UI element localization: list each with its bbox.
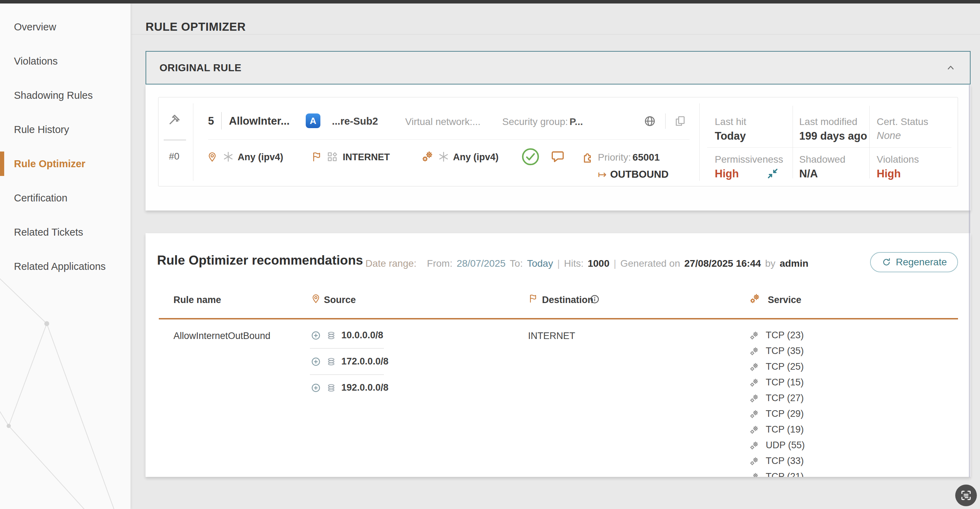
rule-card: #0 5 AllowInter... A ...re-Sub2 Virtual … xyxy=(158,97,958,186)
source-entry: 172.0.0.0/8 xyxy=(310,354,388,369)
source-ip: 192.0.0.0/8 xyxy=(341,382,388,393)
gavel-icon xyxy=(167,113,183,129)
generated-value: 27/08/2025 16:44 xyxy=(684,258,761,269)
service-item: TCP (29) xyxy=(749,406,889,422)
vertical-scrollbar[interactable] xyxy=(969,85,970,477)
refresh-icon xyxy=(881,257,892,267)
service-gears-icon xyxy=(749,293,761,304)
sidebar-item-shadowing-rules[interactable]: Shadowing Rules xyxy=(0,78,130,112)
sidebar-item-related-tickets[interactable]: Related Tickets xyxy=(0,215,130,249)
cert-status-label: Cert. Status xyxy=(877,116,928,127)
divider xyxy=(193,103,193,181)
security-group: Security group: P... xyxy=(502,116,583,127)
security-group-value: P... xyxy=(570,116,583,127)
azure-icon: A xyxy=(306,113,320,128)
col-header-source: Source xyxy=(324,295,356,305)
permissiveness-label: Permissiveness xyxy=(715,154,783,165)
virtual-network-label: Virtual network:... xyxy=(405,116,480,127)
priority-puzzle-icon xyxy=(581,151,594,164)
regenerate-label: Regenerate xyxy=(896,257,947,268)
sidebar-item-rule-optimizer[interactable]: Rule Optimizer xyxy=(0,146,130,181)
service-value: TCP (27) xyxy=(766,393,804,404)
summary-scan-button[interactable] xyxy=(955,485,977,506)
recommendations-meta: Date range: From: 28/07/2025 To: Today |… xyxy=(365,258,808,269)
divider xyxy=(869,106,870,178)
documentation-icon[interactable] xyxy=(674,115,686,127)
sidebar-item-rule-history[interactable]: Rule History xyxy=(0,112,130,146)
shrink-permissiveness-icon[interactable] xyxy=(767,167,779,180)
generated-label: Generated on xyxy=(620,258,680,269)
layers-icon xyxy=(326,383,336,393)
service-value: TCP (15) xyxy=(766,377,804,388)
last-hit-value: Today xyxy=(715,130,746,142)
rule-position: #0 xyxy=(169,151,180,162)
source-entry: 10.0.0.0/8 xyxy=(310,328,383,343)
chevron-up-icon[interactable] xyxy=(945,62,957,74)
cert-status-value: None xyxy=(877,130,901,142)
last-modified-value: 199 days ago xyxy=(799,130,867,142)
service-item: TCP (25) xyxy=(749,359,889,375)
globe-icon[interactable] xyxy=(644,115,656,127)
divider xyxy=(310,374,384,375)
source-pin-icon xyxy=(310,293,321,304)
sidebar-item-label: Rule History xyxy=(14,124,69,135)
divider xyxy=(221,112,222,129)
regenerate-button[interactable]: Regenerate xyxy=(870,252,958,272)
sidebar-item-label: Overview xyxy=(14,21,56,33)
service-gears-icon xyxy=(421,150,434,163)
divider xyxy=(164,140,186,140)
col-header-service: Service xyxy=(768,295,801,305)
sidebar-item-related-applications[interactable]: Related Applications xyxy=(0,249,130,283)
rule-number: 5 xyxy=(208,115,214,127)
rule-destination: INTERNET xyxy=(343,152,390,163)
add-object-icon[interactable] xyxy=(310,383,321,393)
date-range-label: Date range: xyxy=(365,258,416,269)
service-value: TCP (25) xyxy=(766,361,804,372)
separator: | xyxy=(557,258,560,269)
priority-value: 65001 xyxy=(632,152,660,163)
destination-flag-icon xyxy=(528,293,539,304)
page-divider xyxy=(131,34,980,35)
service-item: TCP (21) xyxy=(749,469,889,477)
from-label: From: xyxy=(427,258,452,269)
sidebar-item-violations[interactable]: Violations xyxy=(0,44,130,78)
sidebar-item-overview[interactable]: Overview xyxy=(0,10,130,44)
violations-value: High xyxy=(877,167,901,180)
direction: ↦ OUTBOUND xyxy=(598,168,669,180)
service-value: TCP (21) xyxy=(766,471,804,477)
sidebar-item-label: Related Tickets xyxy=(14,227,83,238)
service-item: UDP (55) xyxy=(749,437,889,453)
from-date-link[interactable]: 28/07/2025 xyxy=(457,258,505,269)
violations-label: Violations xyxy=(877,154,919,165)
direction-value: OUTBOUND xyxy=(610,169,669,180)
priority: Priority: 65001 xyxy=(598,152,660,163)
add-object-icon[interactable] xyxy=(310,356,321,367)
permissiveness-value: High xyxy=(715,167,739,180)
divider xyxy=(707,147,951,148)
service-item: TCP (19) xyxy=(749,422,889,437)
layers-icon xyxy=(326,331,336,340)
service-item: TCP (23) xyxy=(749,328,889,343)
sidebar: Overview Violations Shadowing Rules Rule… xyxy=(0,3,131,509)
sidebar-item-certification[interactable]: Certification xyxy=(0,181,130,215)
add-object-icon[interactable] xyxy=(310,330,321,341)
rule-device: ...re-Sub2 xyxy=(332,116,378,127)
divider xyxy=(208,139,690,140)
original-rule-panel: #0 5 AllowInter... A ...re-Sub2 Virtual … xyxy=(146,84,970,210)
allow-action-icon xyxy=(521,147,540,167)
sidebar-item-label: Related Applications xyxy=(14,261,106,272)
comment-icon[interactable] xyxy=(550,149,565,164)
page-title: RULE OPTIMIZER xyxy=(146,20,246,33)
service-value: TCP (35) xyxy=(766,346,804,356)
info-icon[interactable] xyxy=(589,294,600,304)
to-date-link[interactable]: Today xyxy=(527,258,553,269)
col-header-destination: Destination xyxy=(542,295,593,305)
sidebar-item-label: Certification xyxy=(14,192,67,204)
sidebar-item-label: Shadowing Rules xyxy=(14,90,93,101)
hits-value: 1000 xyxy=(588,258,609,269)
service-value: TCP (23) xyxy=(766,330,804,341)
divider xyxy=(792,106,793,178)
layers-icon xyxy=(326,357,336,367)
last-hit-label: Last hit xyxy=(715,116,746,127)
service-item: TCP (27) xyxy=(749,390,889,406)
